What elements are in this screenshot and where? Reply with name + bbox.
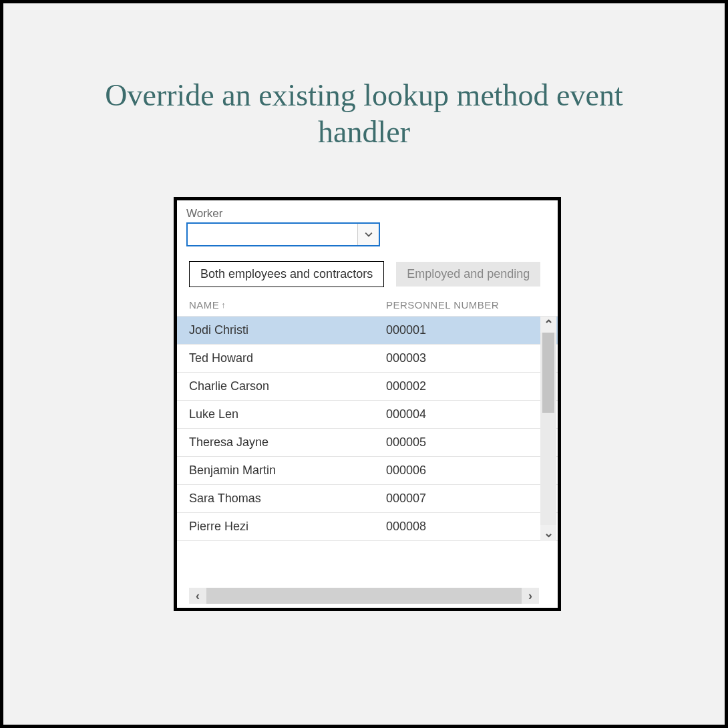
chevron-up-icon: ⌃ [544,319,554,331]
scroll-left-button[interactable]: ‹ [189,588,206,604]
tab-employed-pending[interactable]: Employed and pending [396,262,540,287]
chevron-down-icon: ⌄ [544,527,554,539]
vscroll-thumb[interactable] [542,333,554,413]
cell-personnel: 000005 [386,435,558,449]
table-row[interactable]: Pierre Hezi000008 [177,513,558,541]
row-marker [174,485,177,512]
worker-input[interactable] [188,224,357,245]
cell-name: Benjamin Martin [189,464,386,478]
table-row[interactable]: Sara Thomas000007 [177,485,558,513]
column-headers: NAME ↑ PERSONNEL NUMBER [177,299,558,316]
scroll-right-button[interactable]: › [522,588,539,604]
sort-asc-icon: ↑ [221,300,226,310]
table-row[interactable]: Theresa Jayne000005 [177,429,558,457]
cell-personnel: 000002 [386,379,558,393]
cell-personnel: 000007 [386,492,558,506]
column-header-personnel[interactable]: PERSONNEL NUMBER [386,299,558,311]
table-row[interactable]: Benjamin Martin000006 [177,457,558,485]
table-row[interactable]: Jodi Christi000001 [177,317,558,345]
cell-personnel: 000006 [386,464,558,478]
lookup-panel: Worker Both employees and contractors Em… [174,197,561,611]
worker-combo[interactable] [186,222,380,246]
cell-name: Sara Thomas [189,492,386,506]
worker-table: NAME ↑ PERSONNEL NUMBER Jodi Christi0000… [177,299,558,541]
cell-personnel: 000003 [386,351,558,365]
filter-tabs: Both employees and contractors Employed … [189,261,558,287]
cell-name: Theresa Jayne [189,435,386,449]
cell-name: Luke Len [189,407,386,421]
table-rows: Jodi Christi000001Ted Howard000003Charli… [177,316,558,541]
vertical-scrollbar[interactable]: ⌃ ⌄ [540,317,556,541]
table-row[interactable]: Ted Howard000003 [177,345,558,373]
cell-name: Jodi Christi [189,323,386,337]
cell-personnel: 000001 [386,323,558,337]
column-header-name[interactable]: NAME ↑ [189,299,386,311]
column-header-name-label: NAME [189,299,219,311]
scroll-down-button[interactable]: ⌄ [540,525,556,541]
cell-personnel: 000004 [386,407,558,421]
scroll-up-button[interactable]: ⌃ [540,317,556,333]
cell-name: Charlie Carson [189,379,386,393]
chevron-left-icon: ‹ [196,590,200,602]
tab-both-employees-contractors[interactable]: Both employees and contractors [189,261,384,287]
page-title: Override an existing lookup method event… [3,77,725,150]
vscroll-track[interactable] [540,333,556,525]
worker-field-label: Worker [186,207,558,220]
cell-personnel: 000008 [386,520,558,534]
chevron-right-icon: › [528,590,532,602]
hscroll-track[interactable] [206,588,522,604]
table-row[interactable]: Luke Len000004 [177,401,558,429]
cell-name: Ted Howard [189,351,386,365]
worker-combo-chevron-button[interactable] [357,224,379,245]
chevron-down-icon [365,230,373,238]
cell-name: Pierre Hezi [189,520,386,534]
horizontal-scrollbar[interactable]: ‹ › [189,588,539,604]
table-row[interactable]: Charlie Carson000002 [177,373,558,401]
